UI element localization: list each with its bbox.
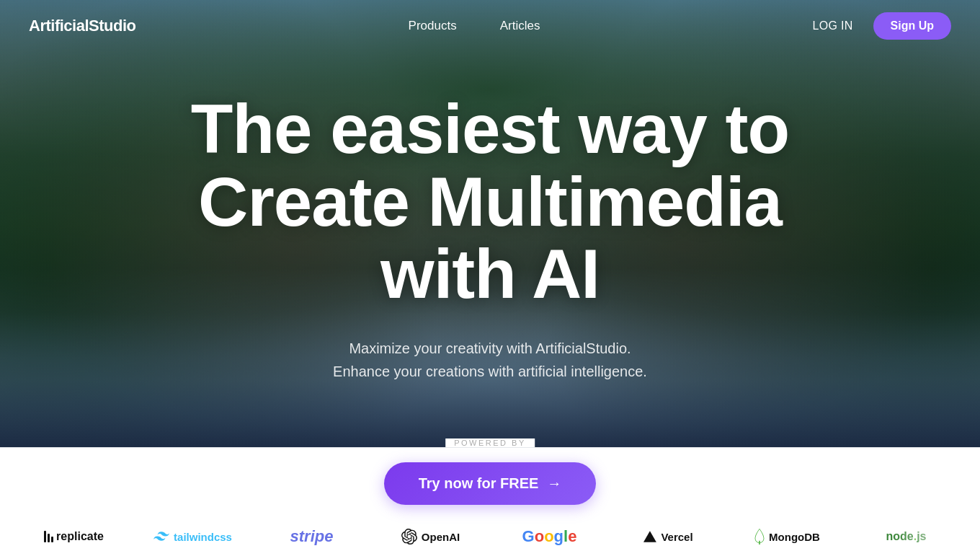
cta-arrow-icon: → bbox=[547, 475, 561, 492]
logo-replicate: replicate bbox=[14, 522, 133, 551]
logos-container: replicate tailwindcss stripe bbox=[0, 505, 980, 551]
tailwind-icon bbox=[153, 531, 169, 542]
logo-stripe: stripe bbox=[252, 522, 371, 551]
hero-title: The easiest way to Create Multimedia wit… bbox=[191, 93, 789, 311]
logos-row: replicate tailwindcss stripe bbox=[0, 522, 980, 551]
powered-by-label: POWERED BY bbox=[445, 438, 535, 447]
vercel-icon bbox=[643, 530, 656, 543]
nodejs-text: node.js bbox=[886, 530, 926, 543]
hero-content: The easiest way to Create Multimedia wit… bbox=[0, 0, 980, 447]
nav-products[interactable]: Products bbox=[409, 19, 457, 33]
bottom-bar: POWERED BY Try now for FREE → replicate bbox=[0, 447, 980, 551]
powered-by-divider: POWERED BY bbox=[0, 447, 980, 448]
hero-title-line1: The easiest way to bbox=[191, 90, 789, 167]
logo-vercel: Vercel bbox=[609, 522, 728, 551]
openai-text: OpenAI bbox=[422, 531, 460, 543]
svg-rect-0 bbox=[759, 541, 760, 545]
logo-google: Google bbox=[490, 522, 609, 551]
nav-center: Products Articles bbox=[409, 19, 540, 33]
logo-tailwindcss: tailwindcss bbox=[133, 522, 252, 551]
logo-openai: OpenAI bbox=[371, 522, 490, 551]
nav-right: LOG IN Sign Up bbox=[813, 12, 951, 40]
cta-button[interactable]: Try now for FREE → bbox=[384, 462, 597, 505]
mongodb-text: MongoDB bbox=[769, 531, 820, 543]
vercel-text: Vercel bbox=[661, 531, 692, 543]
hero-subtitle-line2: Enhance your creations with artificial i… bbox=[333, 363, 647, 379]
openai-icon bbox=[401, 529, 417, 545]
hero-title-line3: with AI bbox=[380, 235, 600, 312]
mongodb-icon bbox=[754, 529, 765, 545]
hero-section: The easiest way to Create Multimedia wit… bbox=[0, 0, 980, 447]
hero-subtitle-line1: Maximize your creativity with Artificial… bbox=[349, 340, 631, 356]
stripe-text: stripe bbox=[290, 527, 334, 546]
logo-nodejs: node.js bbox=[847, 522, 966, 551]
hero-title-line2: Create Multimedia bbox=[198, 163, 782, 240]
cta-label: Try now for FREE bbox=[419, 475, 539, 492]
replicate-text: replicate bbox=[56, 530, 104, 543]
navbar: ArtificialStudio Products Articles LOG I… bbox=[0, 0, 980, 52]
site-logo: ArtificialStudio bbox=[29, 17, 135, 35]
logo-mongodb: MongoDB bbox=[728, 522, 847, 551]
hero-subtitle: Maximize your creativity with Artificial… bbox=[333, 337, 647, 383]
replicate-icon bbox=[44, 531, 53, 542]
nav-articles[interactable]: Articles bbox=[500, 19, 540, 33]
tailwind-text: tailwindcss bbox=[174, 531, 232, 543]
signup-button[interactable]: Sign Up bbox=[873, 12, 951, 40]
login-button[interactable]: LOG IN bbox=[813, 19, 853, 32]
